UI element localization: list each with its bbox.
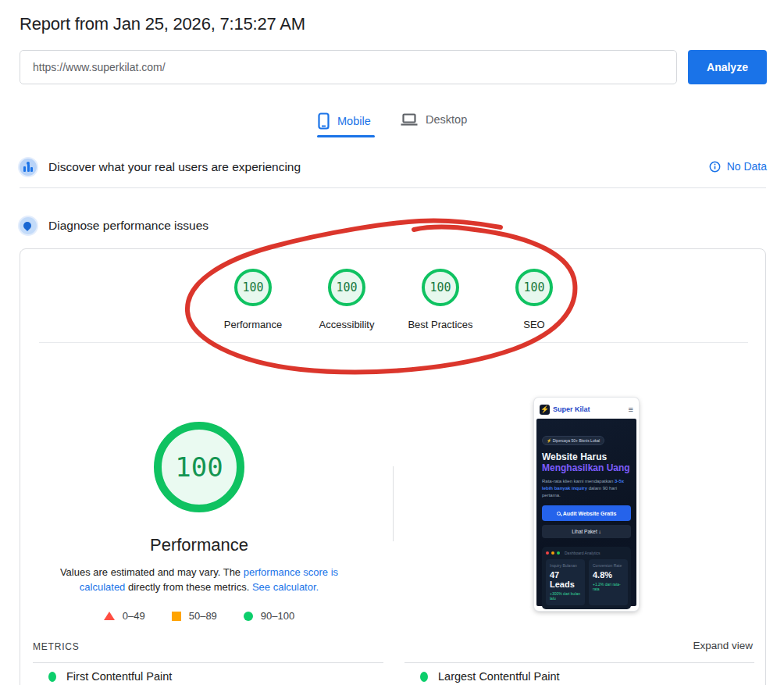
- device-tabs: Mobile Desktop: [0, 108, 784, 139]
- metric-first-contentful-paint[interactable]: First Contentful Paint: [48, 670, 172, 683]
- lighthouse-report-card: 100 Performance 100 Accessibility 100 Be…: [20, 248, 766, 685]
- preview-secondary-cta: Lihat Paket ↓: [542, 525, 631, 538]
- score-label: Performance: [224, 319, 282, 330]
- laptop-icon: [401, 112, 418, 127]
- score-value: 100: [328, 269, 365, 306]
- preview-site-header: ⚡ Super Kilat ≡: [536, 400, 636, 419]
- discover-section-header: Discover what your real users are experi…: [20, 159, 301, 176]
- score-summary-best-practices[interactable]: 100 Best Practices: [394, 269, 487, 330]
- metric-divider: [33, 662, 383, 663]
- preview-hero-section: ⚡ Dipercaya 50+ Bisnis Lokal Website Har…: [536, 419, 636, 606]
- yellow-dot-icon: [551, 551, 554, 555]
- diagnose-section-header: Diagnose performance issues: [20, 217, 208, 234]
- score-value: 100: [234, 269, 272, 306]
- green-dot-icon: [420, 672, 428, 682]
- info-icon: [709, 161, 721, 173]
- score-range-legend: 0–49 50–89 90–100: [39, 610, 359, 622]
- pagespeed-report-page: Report from Jan 25, 2026, 7:15:27 AM Ana…: [0, 0, 784, 685]
- tab-mobile[interactable]: Mobile: [318, 112, 371, 130]
- phone-icon: [318, 112, 330, 130]
- no-data-link[interactable]: No Data: [709, 160, 767, 173]
- preview-stat-leads: Inquiry Bulanan 47 Leads +300% dari bula…: [546, 559, 585, 605]
- red-dot-icon: [546, 551, 549, 555]
- preview-dashboard-label: Dashboard Analytics: [565, 551, 600, 555]
- field-data-icon: [20, 159, 37, 176]
- page-screenshot-thumbnail[interactable]: ⚡ Super Kilat ≡ ⚡ Dipercaya 50+ Bisnis L…: [534, 398, 639, 611]
- tab-mobile-label: Mobile: [337, 115, 371, 127]
- card-divider: [39, 342, 748, 343]
- green-dot-icon: [557, 551, 560, 555]
- lightning-logo-icon: ⚡: [540, 405, 550, 415]
- legend-range-label: 50–89: [189, 610, 217, 622]
- tab-desktop[interactable]: Desktop: [401, 112, 467, 127]
- metric-divider: [404, 662, 754, 663]
- score-label: Accessibility: [319, 319, 375, 330]
- analyze-button[interactable]: Analyze: [688, 50, 767, 84]
- metric-label: Largest Contentful Paint: [438, 670, 560, 683]
- score-summary-performance[interactable]: 100 Performance: [206, 269, 300, 330]
- preview-badge: ⚡ Dipercaya 50+ Bisnis Lokal: [542, 436, 604, 445]
- tab-desktop-label: Desktop: [426, 113, 467, 126]
- metrics-section-heading: METRICS: [33, 641, 80, 652]
- section-divider: [20, 187, 766, 188]
- performance-gauge-label: Performance: [121, 535, 277, 555]
- preview-stat-conversion: Conversion Rate 4.8% +1.2% dari rata-rat…: [589, 559, 628, 605]
- legend-pass-range: 90–100: [244, 610, 294, 622]
- score-summary-accessibility[interactable]: 100 Accessibility: [300, 269, 394, 330]
- search-icon: [557, 512, 561, 516]
- preview-primary-cta: Audit Website Gratis: [542, 505, 631, 521]
- score-summary-seo[interactable]: 100 SEO: [487, 269, 581, 330]
- preview-paragraph: Rata-rata klien kami mendapatkan 3-5x le…: [542, 478, 628, 499]
- score-disclaimer: Values are estimated and may vary. The p…: [39, 565, 359, 594]
- orange-square-icon: [172, 612, 181, 621]
- score-value: 100: [515, 269, 553, 306]
- green-dot-icon: [48, 672, 56, 682]
- score-label: Best Practices: [408, 319, 472, 330]
- column-divider: [393, 466, 394, 541]
- preview-dashboard-card: Dashboard Analytics Inquiry Bulanan 47 L…: [542, 547, 631, 609]
- preview-heading-line2: Menghasilkan Uang: [542, 462, 631, 473]
- green-circle-icon: [244, 612, 253, 621]
- active-tab-underline: [317, 135, 375, 137]
- disclaimer-text: Values are estimated and may vary. The: [60, 566, 244, 578]
- diagnose-section-title: Diagnose performance issues: [48, 219, 208, 233]
- metric-largest-contentful-paint[interactable]: Largest Contentful Paint: [420, 670, 560, 683]
- page-title: Report from Jan 25, 2026, 7:15:27 AM: [20, 14, 305, 34]
- url-input[interactable]: [20, 50, 677, 84]
- legend-range-label: 0–49: [123, 610, 145, 622]
- metric-label: First Contentful Paint: [66, 670, 172, 683]
- discover-section-title: Discover what your real users are experi…: [48, 160, 301, 174]
- performance-gauge: 100: [154, 422, 244, 512]
- no-data-label: No Data: [727, 160, 767, 173]
- legend-range-label: 90–100: [261, 610, 294, 622]
- preview-brand-name: Super Kilat: [553, 405, 625, 413]
- red-triangle-icon: [104, 612, 115, 620]
- legend-average-range: 50–89: [172, 610, 217, 622]
- preview-stats: Inquiry Bulanan 47 Leads +300% dari bula…: [546, 559, 627, 605]
- preview-dashboard-titlebar: Dashboard Analytics: [546, 551, 627, 555]
- legend-fail-range: 0–49: [104, 610, 145, 622]
- expand-view-button[interactable]: Expand view: [693, 640, 753, 651]
- see-calculator-link[interactable]: See calculator.: [252, 581, 319, 593]
- score-label: SEO: [523, 319, 544, 330]
- score-value: 100: [422, 269, 459, 306]
- gauge-icon: [20, 217, 37, 234]
- preview-heading-line1: Website Harus: [542, 451, 631, 462]
- disclaimer-text: directly from these metrics.: [125, 581, 252, 593]
- preview-primary-cta-label: Audit Website Gratis: [563, 511, 617, 516]
- hamburger-icon: ≡: [629, 405, 633, 414]
